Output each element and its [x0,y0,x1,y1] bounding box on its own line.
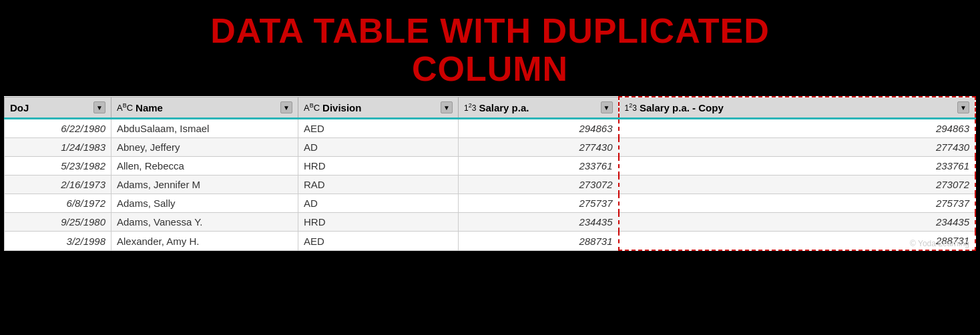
cell-salary-copy: 277430 [619,138,976,157]
cell-doj: 6/8/1972 [5,194,111,213]
name-type-icon: ABC [117,102,133,113]
col-division-label: Division [322,102,361,113]
cell-division: RAD [298,176,459,194]
table-row: 2/16/1973 Adams, Jennifer M RAD 273072 2… [5,176,976,194]
cell-doj: 9/25/1980 [5,213,111,232]
salary-copy-dropdown[interactable]: ▼ [957,101,969,113]
cell-salary-copy: 294863 [619,119,976,138]
cell-salary: 273072 [459,176,619,194]
col-header-salary: 123 Salary p.a. ▼ [459,97,619,119]
table-row: 5/23/1982 Allen, Rebecca HRD 233761 2337… [5,157,976,176]
cell-name: Alexander, Amy H. [111,232,298,251]
cell-name: Adams, Vanessa Y. [111,213,298,232]
cell-salary: 277430 [459,138,619,157]
col-header-doj: DoJ ▼ [5,97,111,119]
cell-doj: 3/2/1998 [5,232,111,251]
salary-dropdown[interactable]: ▼ [601,101,613,113]
cell-salary: 275737 [459,194,619,213]
table-row: 9/25/1980 Adams, Vanessa Y. HRD 234435 2… [5,213,976,232]
col-header-division: ABC Division ▼ [298,97,459,119]
table-row: 6/8/1972 Adams, Sally AD 275737 275737 [5,194,976,213]
cell-name: AbduSalaam, Ismael [111,119,298,138]
cell-division: HRD [298,157,459,176]
cell-salary: 234435 [459,213,619,232]
col-salary-label: Salary p.a. [479,102,529,113]
cell-name: Abney, Jeffery [111,138,298,157]
cell-salary-copy: 275737 [619,194,976,213]
cell-division: AED [298,119,459,138]
division-dropdown[interactable]: ▼ [441,101,453,113]
cell-salary-copy: 273072 [619,176,976,194]
salary-type-icon: 123 [464,102,476,113]
col-name-label: Name [136,102,163,113]
cell-salary-copy: 233761 [619,157,976,176]
col-doj-label: DoJ [10,102,29,113]
name-dropdown[interactable]: ▼ [280,101,292,113]
cell-salary-copy: 234435 [619,213,976,232]
col-header-salary-copy: 123 Salary p.a. - Copy ▼ [619,97,976,119]
cell-division: AD [298,194,459,213]
cell-name: Adams, Sally [111,194,298,213]
col-header-name: ABC Name ▼ [111,97,298,119]
data-table: DoJ ▼ ABC Name ▼ [4,96,976,251]
salary-copy-type-icon: 123 [625,102,637,113]
title-area: DATA TABLE WITH DUPLICATED COLUMN [0,0,980,96]
division-type-icon: ABC [304,102,320,113]
cell-salary: 233761 [459,157,619,176]
cell-name: Allen, Rebecca [111,157,298,176]
cell-doj: 2/16/1973 [5,176,111,194]
cell-name: Adams, Jennifer M [111,176,298,194]
page-title: DATA TABLE WITH DUPLICATED COLUMN [0,12,980,88]
cell-salary: 288731 [459,232,619,251]
cell-division: HRD [298,213,459,232]
col-salary-copy-label: Salary p.a. - Copy [640,102,724,113]
table-row: 1/24/1983 Abney, Jeffery AD 277430 27743… [5,138,976,157]
table-row: 6/22/1980 AbduSalaam, Ismael AED 294863 … [5,119,976,138]
cell-doj: 1/24/1983 [5,138,111,157]
cell-division: AD [298,138,459,157]
watermark: © Yoda Learning [910,239,969,248]
table-row: 3/2/1998 Alexander, Amy H. AED 288731 28… [5,232,976,251]
cell-salary: 294863 [459,119,619,138]
cell-doj: 5/23/1982 [5,157,111,176]
table-header-row: DoJ ▼ ABC Name ▼ [5,97,976,119]
cell-division: AED [298,232,459,251]
doj-dropdown[interactable]: ▼ [93,101,105,113]
table-container: DoJ ▼ ABC Name ▼ [4,96,976,251]
cell-doj: 6/22/1980 [5,119,111,138]
